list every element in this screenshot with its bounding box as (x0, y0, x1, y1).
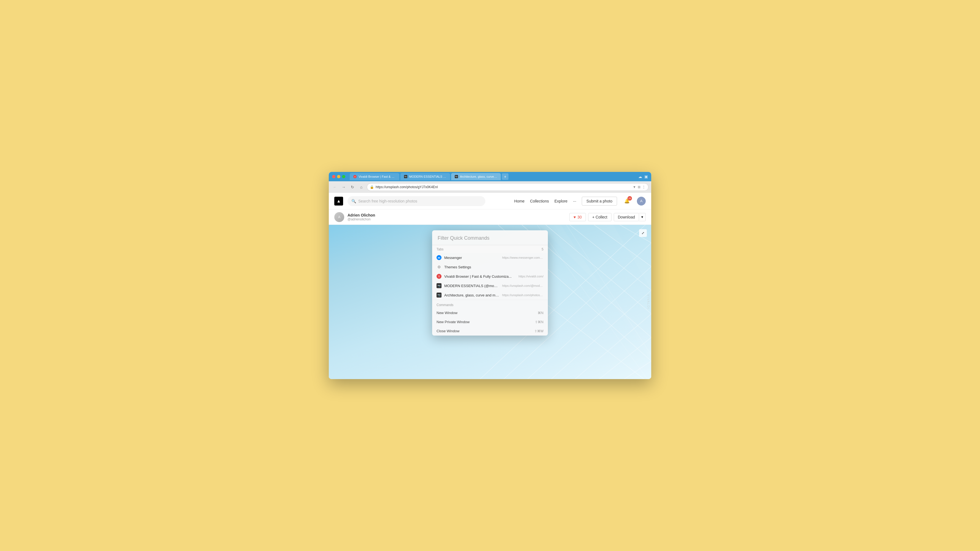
command-close-window-shortcut: ⇧⌘W (535, 329, 544, 333)
tabs-section-header: Tabs 5 (432, 245, 548, 253)
nav-links: Home Collections Explore ··· Submit a ph… (514, 197, 646, 205)
tab-vivaldi-label: Vivaldi Browser | Fast & Fully ... (358, 175, 396, 178)
commands-section-label: Commands (436, 303, 453, 307)
download-button[interactable]: Download (614, 213, 639, 221)
tab-item-modern-essentials[interactable]: 📷 MODERN ESSENTIALS (@modernessenti... h… (432, 281, 548, 291)
nav-explore[interactable]: Explore (555, 199, 568, 203)
tab-item-architecture-title: Architecture, glass, curve and minimal .… (444, 293, 500, 297)
address-bar: ← → ↻ ⌂ 🔒 https://unsplash.com/photos/gY… (329, 181, 651, 193)
quick-commands-dialog: Filter Quick Commands Tabs 5 m Messenger… (432, 230, 548, 335)
url-resize-icon[interactable]: ⊞ (638, 185, 641, 189)
url-more-icon[interactable]: ⋮ (642, 185, 646, 189)
user-name: Adrien Olichon (347, 213, 375, 218)
unsplash-header: ▲ 🔍 Search free high-resolution photos H… (329, 193, 651, 210)
url-dropdown-icon[interactable]: ▼ (633, 185, 636, 189)
new-tab-button[interactable]: + (502, 173, 509, 180)
commands-section-header: Commands (432, 300, 548, 308)
minimize-button[interactable] (337, 175, 340, 178)
unsplash-logo[interactable]: ▲ (334, 197, 343, 205)
tab-item-messenger-title: Messenger (444, 256, 500, 260)
heart-icon: ♥ (573, 215, 576, 219)
photo-header: A Adrien Olichon @adrienolichon ♥ 30 + C… (329, 210, 651, 225)
search-icon: 🔍 (352, 199, 356, 203)
home-button[interactable]: ⌂ (358, 184, 364, 191)
tab-item-architecture[interactable]: 📷 Architecture, glass, curve and minimal… (432, 291, 548, 300)
download-dropdown-button[interactable]: ▾ (639, 213, 646, 221)
tab-item-vivaldi-title: Vivaldi Browser | Fast & Fully Customiza… (444, 275, 516, 278)
vivaldi-icon: V (436, 274, 442, 279)
expand-button[interactable]: ⤢ (639, 229, 647, 237)
user-avatar[interactable]: A (637, 197, 646, 205)
gear-icon: ⚙ (436, 265, 442, 270)
tab-item-modern-essentials-title: MODERN ESSENTIALS (@modernessenti... (444, 284, 500, 288)
command-new-private-window-label: New Private Window (436, 320, 469, 324)
tab-vivaldi[interactable]: V Vivaldi Browser | Fast & Fully ... (350, 173, 399, 180)
photo-area: ⤢ Filter Quick Commands Tabs 5 m Messeng… (329, 225, 651, 379)
expand-icon: ⤢ (641, 231, 644, 235)
browser-window: V Vivaldi Browser | Fast & Fully ... 📷 M… (329, 172, 651, 379)
collect-button[interactable]: + Collect (588, 213, 611, 221)
back-button[interactable]: ← (331, 184, 338, 191)
vivaldi-watermark: VIVALDI (646, 292, 651, 311)
tab-modern-essentials[interactable]: 📷 MODERN ESSENTIALS (@mod... (401, 173, 450, 180)
url-bar-right: ▼ ⊞ ⋮ (633, 185, 646, 189)
title-bar: V Vivaldi Browser | Fast & Fully ... 📷 M… (329, 172, 651, 181)
user-info: Adrien Olichon @adrienolichon (347, 213, 375, 221)
tab-item-modern-essentials-url: https://unsplash.com/@modernesse... (502, 284, 544, 287)
title-bar-right: ☁ ▣ (638, 175, 648, 179)
camera-tab-icon-2: 📷 (455, 175, 458, 178)
notification-button[interactable]: 🔔 26 (622, 197, 632, 205)
like-count: 30 (578, 215, 582, 219)
tab-modern-essentials-label: MODERN ESSENTIALS (@mod... (409, 175, 447, 178)
messenger-icon: m (436, 255, 442, 260)
notification-badge: 26 (627, 196, 632, 200)
tab-item-messenger-url: https://www.messenger.com/t/bardh... (502, 256, 544, 259)
tabs-section-count: 5 (541, 248, 544, 251)
vivaldi-tab-icon: V (353, 175, 357, 178)
maximize-button[interactable] (342, 175, 345, 178)
search-bar[interactable]: 🔍 Search free high-resolution photos (347, 196, 485, 206)
tab-item-themes-title: Themes Settings (444, 265, 541, 269)
svg-marker-16 (533, 225, 651, 361)
tab-item-vivaldi[interactable]: V Vivaldi Browser | Fast & Fully Customi… (432, 272, 548, 281)
nav-home[interactable]: Home (514, 199, 525, 203)
close-button[interactable] (332, 175, 336, 178)
panel-icon[interactable]: ▣ (644, 175, 648, 179)
url-text: https://unsplash.com/photos/gYJ7x0K4EnI (375, 185, 631, 189)
photo-user-avatar[interactable]: A (334, 212, 344, 222)
unsplash-logo-icon: ▲ (337, 198, 341, 203)
ssl-icon: 🔒 (370, 185, 374, 189)
nav-more[interactable]: ··· (573, 199, 576, 203)
command-close-window-label: Close Window (436, 329, 460, 333)
unsplash-tab-icon-1: 📷 (436, 283, 442, 288)
command-new-private-window[interactable]: New Private Window ⇧⌘N (432, 318, 548, 327)
command-close-window[interactable]: Close Window ⇧⌘W (432, 327, 548, 335)
submit-photo-button[interactable]: Submit a photo (582, 197, 617, 205)
download-group: Download ▾ (614, 213, 646, 221)
tab-architecture-label: Architecture, glass, curve and... (460, 175, 498, 178)
traffic-lights (332, 175, 345, 178)
url-bar[interactable]: 🔒 https://unsplash.com/photos/gYJ7x0K4En… (367, 183, 649, 191)
unsplash-tab-icon-2: 📷 (436, 292, 442, 297)
search-placeholder-text: Search free high-resolution photos (358, 199, 417, 203)
tabs-section-label: Tabs (436, 248, 444, 251)
reload-button[interactable]: ↻ (349, 184, 356, 191)
cloud-icon[interactable]: ☁ (638, 175, 642, 179)
svg-line-14 (533, 225, 651, 379)
user-handle: @adrienolichon (347, 218, 375, 221)
photo-actions: ♥ 30 + Collect Download ▾ (570, 213, 646, 221)
nav-collections[interactable]: Collections (530, 199, 549, 203)
tab-item-themes[interactable]: ⚙ Themes Settings (432, 262, 548, 272)
tab-item-vivaldi-url: https://vivaldi.com/ (519, 275, 544, 278)
command-new-window-label: New Window (436, 311, 458, 315)
tab-item-messenger[interactable]: m Messenger https://www.messenger.com/t/… (432, 253, 548, 262)
command-new-window-shortcut: ⌘N (538, 311, 544, 315)
quick-commands-title: Filter Quick Commands (432, 230, 548, 245)
like-button[interactable]: ♥ 30 (570, 213, 586, 221)
tab-architecture[interactable]: 📷 Architecture, glass, curve and... (451, 173, 501, 180)
forward-button[interactable]: → (340, 184, 347, 191)
command-new-window[interactable]: New Window ⌘N (432, 308, 548, 318)
camera-tab-icon-1: 📷 (404, 175, 407, 178)
tabs-area: V Vivaldi Browser | Fast & Fully ... 📷 M… (350, 173, 636, 180)
command-new-private-window-shortcut: ⇧⌘N (535, 320, 544, 324)
